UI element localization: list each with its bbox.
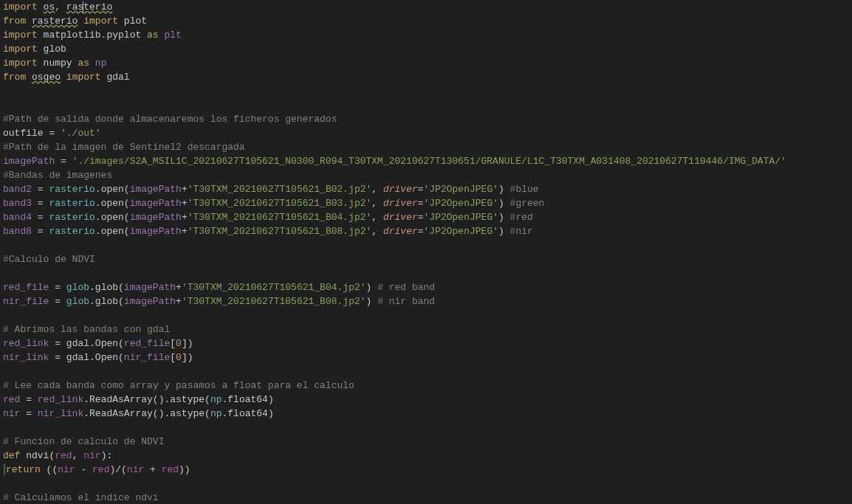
code-token: .glob( <box>89 296 124 307</box>
code-line[interactable]: #Path de salida donde almacenaremos los … <box>3 112 849 126</box>
code-token: = <box>32 212 49 223</box>
code-token: imagePath <box>130 212 182 223</box>
code-token: glob <box>44 44 66 55</box>
code-token: 'JP2OpenJPEG' <box>424 184 498 195</box>
code-token: = <box>418 212 424 223</box>
code-token: './images/S2A_MSIL1C_20210627T105621_N03… <box>72 156 786 167</box>
code-line[interactable]: #Path de la imagen de Sentinel2 descarga… <box>3 140 849 154</box>
code-token: = gdal.Open( <box>49 338 123 349</box>
code-token: .open( <box>95 184 130 195</box>
code-line[interactable]: #Bandas de imagenes <box>3 168 849 182</box>
code-token: .float64) <box>221 408 273 419</box>
code-token: driver <box>383 226 418 237</box>
code-line[interactable]: nir = nir_link.ReadAsArray().astype(np.f… <box>3 407 849 421</box>
code-line[interactable]: nir_file = glob.glob(imagePath+'T30TXM_2… <box>3 294 849 308</box>
code-token: = <box>418 198 424 209</box>
code-line[interactable]: def ndvi(red, nir): <box>3 449 849 463</box>
code-token: outfile = <box>3 128 61 139</box>
code-token: np <box>210 394 222 405</box>
code-line[interactable] <box>3 365 849 379</box>
code-token: [ <box>170 352 176 363</box>
code-line[interactable] <box>3 421 849 435</box>
code-line[interactable]: return ((nir - red)/(nir + red)) <box>3 463 849 477</box>
code-line[interactable]: import glob <box>3 42 849 56</box>
code-token: + <box>182 226 188 237</box>
code-token: 'T30TXM_20210627T105621_B04.jp2' <box>188 212 372 223</box>
code-token: plot <box>124 15 147 27</box>
code-line[interactable] <box>3 98 849 112</box>
code-token: osgeo <box>32 72 61 83</box>
code-token: numpy <box>44 58 78 69</box>
code-line[interactable]: band2 = rasterio.open(imagePath+'T30TXM_… <box>3 182 849 196</box>
code-token: + <box>176 282 182 293</box>
code-token: = <box>49 296 66 307</box>
code-token: nir_link <box>38 408 83 419</box>
code-line[interactable] <box>3 477 849 491</box>
code-token: #nir <box>510 226 533 237</box>
code-line[interactable]: from rasterio import plot <box>3 14 849 28</box>
code-line[interactable] <box>3 308 849 322</box>
code-token: #Path de la imagen de Sentinel2 descarga… <box>3 142 245 153</box>
code-token: np <box>95 58 107 69</box>
code-editor[interactable]: import os, rasteriofrom rasterio import … <box>3 0 849 504</box>
code-token: 'T30TXM_20210627T105621_B08.jp2' <box>182 296 366 307</box>
code-line[interactable]: # Abrimos las bandas con gdal <box>3 322 849 336</box>
code-token: driver <box>383 212 418 223</box>
code-line[interactable] <box>3 238 849 252</box>
code-line[interactable]: import numpy as np <box>3 56 849 70</box>
code-token: ) <box>366 296 378 307</box>
code-token: red <box>3 394 20 405</box>
code-token: .float64) <box>221 394 273 405</box>
code-token: rasterio <box>49 226 95 237</box>
code-line[interactable]: band3 = rasterio.open(imagePath+'T30TXM_… <box>3 196 849 210</box>
code-token: band4 <box>3 212 32 223</box>
code-token: ) <box>498 226 510 237</box>
code-line[interactable]: #Calculo de NDVI <box>3 252 849 266</box>
code-token: 'JP2OpenJPEG' <box>424 226 498 237</box>
code-token: import <box>3 1 44 13</box>
code-line[interactable]: red_file = glob.glob(imagePath+'T30TXM_2… <box>3 280 849 294</box>
code-token: )/( <box>109 464 126 475</box>
code-token: , <box>55 1 66 13</box>
code-token: rasterio <box>49 212 95 223</box>
code-token: from <box>3 15 32 27</box>
code-line[interactable]: outfile = './out' <box>3 126 849 140</box>
code-token: #red <box>510 212 533 223</box>
code-line[interactable]: import matplotlib.pyplot as plt <box>3 28 849 42</box>
code-line[interactable]: # Calculamos el indice ndvi <box>3 491 849 504</box>
code-token: imagePath <box>124 296 176 307</box>
code-token: import <box>3 58 44 69</box>
code-line[interactable]: band8 = rasterio.open(imagePath+'T30TXM_… <box>3 224 849 238</box>
code-token: - <box>75 464 92 475</box>
code-line[interactable] <box>3 84 849 98</box>
code-token: .open( <box>95 198 130 209</box>
code-token: ndvi( <box>26 450 55 461</box>
code-token: import <box>78 15 123 27</box>
code-token: 'T30TXM_20210627T105621_B03.jp2' <box>188 198 372 209</box>
code-token: #Calculo de NDVI <box>3 254 95 265</box>
code-token: terio <box>83 1 112 13</box>
code-line[interactable]: imagePath = './images/S2A_MSIL1C_2021062… <box>3 154 849 168</box>
code-line[interactable]: band4 = rasterio.open(imagePath+'T30TXM_… <box>3 210 849 224</box>
code-line[interactable]: red = red_link.ReadAsArray().astype(np.f… <box>3 393 849 407</box>
code-token: , <box>371 212 383 223</box>
code-token: nir <box>83 450 100 461</box>
code-token: ]) <box>182 338 193 349</box>
code-token: rasterio <box>49 198 95 209</box>
code-token: 0 <box>176 338 182 349</box>
code-line[interactable]: red_link = gdal.Open(red_file[0]) <box>3 336 849 351</box>
code-line[interactable]: # Lee cada banda como array y pasamos a … <box>3 379 849 393</box>
code-token: .open( <box>95 226 130 237</box>
code-token: os <box>44 1 55 13</box>
code-token: as <box>147 30 164 41</box>
code-token: red <box>92 464 109 475</box>
code-line[interactable] <box>3 266 849 280</box>
code-line[interactable]: from osgeo import gdal <box>3 70 849 84</box>
code-line[interactable]: import os, rasterio <box>3 0 849 14</box>
code-line[interactable]: # Funcion de calculo de NDVI <box>3 435 849 449</box>
code-token: # nir band <box>377 296 435 307</box>
code-line[interactable]: nir_link = gdal.Open(nir_file[0]) <box>3 351 849 365</box>
code-token: , <box>371 184 383 195</box>
code-token: band2 <box>3 184 32 195</box>
code-token: rasterio <box>49 184 95 195</box>
